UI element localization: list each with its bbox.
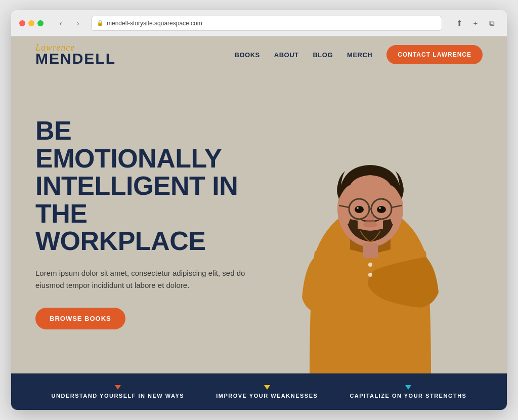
hero-headline: BE EMOTIONALLY INTELLIGENT IN THE WORKPL… bbox=[35, 117, 250, 255]
url-text: mendell-storysite.squarespace.com bbox=[107, 20, 202, 27]
close-button[interactable] bbox=[19, 20, 25, 26]
nav-books[interactable]: BOOKS bbox=[235, 51, 260, 59]
nav-merch[interactable]: MERCH bbox=[347, 51, 372, 59]
banner-text-2: IMPROVE YOUR WEAKNESSES bbox=[216, 393, 318, 399]
browser-actions: ⬆ + ⧉ bbox=[452, 16, 499, 30]
hero-subtext: Lorem ipsum dolor sit amet, consectetur … bbox=[35, 267, 248, 291]
triangle-icon-2 bbox=[264, 385, 270, 390]
minimize-button[interactable] bbox=[28, 20, 34, 26]
share-button[interactable]: ⬆ bbox=[452, 16, 466, 30]
svg-point-12 bbox=[368, 263, 372, 267]
triangle-icon-1 bbox=[115, 385, 121, 390]
bottom-banner: UNDERSTAND YOURSELF IN NEW WAYS IMPROVE … bbox=[11, 373, 507, 410]
svg-point-8 bbox=[377, 206, 386, 213]
browse-books-button[interactable]: BROWSE BOOKS bbox=[35, 308, 125, 329]
svg-point-9 bbox=[357, 207, 359, 209]
website-content: Lawrence MENDELL BOOKS ABOUT BLOG MERCH … bbox=[11, 36, 507, 410]
banner-text-1: UNDERSTAND YOURSELF IN NEW WAYS bbox=[52, 393, 185, 399]
contact-button[interactable]: CONTACT LAWRENCE bbox=[386, 45, 483, 64]
address-bar[interactable]: 🔒 mendell-storysite.squarespace.com bbox=[91, 16, 442, 31]
banner-item-2: IMPROVE YOUR WEAKNESSES bbox=[216, 385, 318, 399]
browser-chrome: ‹ › 🔒 mendell-storysite.squarespace.com … bbox=[11, 10, 507, 36]
logo-bold: MENDELL bbox=[35, 51, 116, 66]
hero-content: BE EMOTIONALLY INTELLIGENT IN THE WORKPL… bbox=[11, 97, 274, 350]
browser-nav-buttons: ‹ › bbox=[54, 16, 85, 30]
lock-icon: 🔒 bbox=[97, 20, 104, 26]
browser-window: ‹ › 🔒 mendell-storysite.squarespace.com … bbox=[11, 10, 507, 410]
fullscreen-button[interactable] bbox=[37, 20, 44, 26]
hero-person-image bbox=[264, 110, 477, 373]
nav-blog[interactable]: BLOG bbox=[313, 51, 333, 59]
new-tab-button[interactable]: + bbox=[468, 16, 483, 30]
site-nav: BOOKS ABOUT BLOG MERCH CONTACT LAWRENCE bbox=[235, 45, 483, 64]
back-button[interactable]: ‹ bbox=[54, 16, 68, 30]
triangle-icon-3 bbox=[405, 385, 411, 390]
nav-about[interactable]: ABOUT bbox=[274, 51, 299, 59]
svg-point-10 bbox=[379, 207, 381, 209]
forward-button[interactable]: › bbox=[71, 16, 85, 30]
banner-item-3: CAPITALIZE ON YOUR STRENGTHS bbox=[350, 385, 466, 399]
hero-section: BE EMOTIONALLY INTELLIGENT IN THE WORKPL… bbox=[11, 73, 507, 373]
banner-item-1: UNDERSTAND YOURSELF IN NEW WAYS bbox=[52, 385, 185, 399]
traffic-lights bbox=[19, 20, 44, 26]
tabs-button[interactable]: ⧉ bbox=[485, 16, 499, 30]
svg-point-7 bbox=[355, 206, 364, 213]
logo-area: Lawrence MENDELL bbox=[35, 43, 116, 66]
svg-rect-11 bbox=[363, 243, 378, 258]
banner-text-3: CAPITALIZE ON YOUR STRENGTHS bbox=[350, 393, 466, 399]
svg-point-13 bbox=[368, 273, 372, 277]
site-header: Lawrence MENDELL BOOKS ABOUT BLOG MERCH … bbox=[11, 36, 507, 73]
